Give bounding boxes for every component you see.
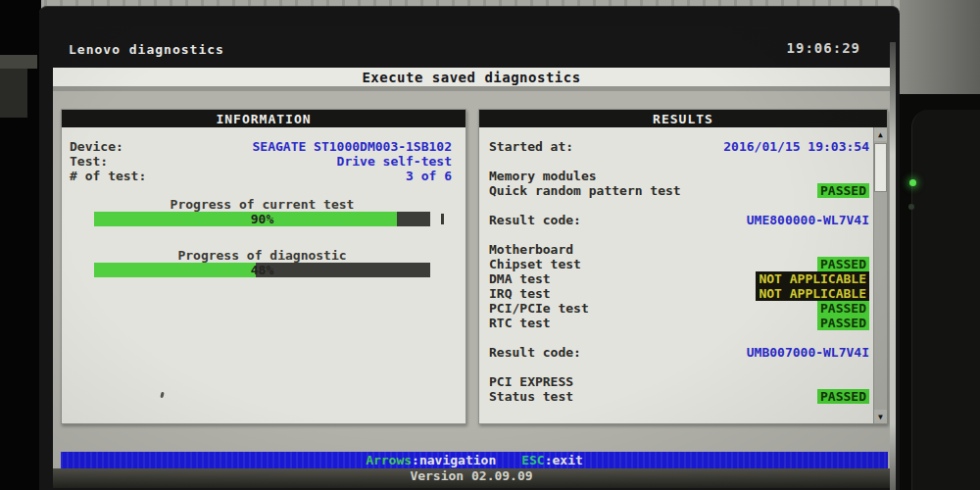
arrows-key-hint: Arrows — [366, 453, 412, 467]
device-row: Device: SEAGATE ST1000DM003-1SB102 — [70, 139, 452, 154]
status-badge: NOT APPLICABLE — [756, 271, 869, 286]
scroll-up-icon[interactable]: ▲ — [874, 127, 887, 141]
results-header: RESULTS — [479, 110, 887, 127]
result-code-row-1: Result code: UME800000-WL7V4I — [489, 213, 869, 227]
background-object — [0, 55, 37, 69]
test-count-label: # of test: — [70, 169, 146, 183]
status-badge: PASSED — [817, 301, 869, 316]
progress-current-percent: 90% — [94, 212, 430, 226]
status-badge: PASSED — [817, 316, 869, 330]
monitor-bezel: Lenovo diagnostics 19:06:29 Execute save… — [39, 6, 900, 490]
version-text: Version 02.09.09 — [410, 468, 532, 488]
status-badge: NOT APPLICABLE — [756, 286, 869, 301]
device-value: SEAGATE ST1000DM003-1SB102 — [253, 139, 453, 154]
test-row-rtc: RTC test PASSED — [489, 316, 869, 330]
background-object — [0, 69, 27, 118]
test-label: Test: — [70, 154, 108, 169]
diagnostics-screen: Lenovo diagnostics 19:06:29 Execute save… — [53, 26, 890, 488]
started-at-label: Started at: — [489, 139, 573, 154]
status-badge: PASSED — [817, 183, 869, 198]
menu-title-bar: Execute saved diagnostics — [53, 68, 890, 86]
test-row-pci-pcie: PCI/PCIe test PASSED — [489, 301, 869, 316]
esc-action: exit — [553, 453, 583, 467]
information-header: INFORMATION — [62, 110, 466, 127]
progress-current-label: Progress of current test — [94, 197, 430, 212]
progress-current-test: Progress of current test 90% — [94, 197, 430, 226]
group-memory-modules: Memory modules — [489, 169, 869, 183]
result-code-row-2: Result code: UMB007000-WL7V4I — [489, 345, 869, 360]
status-badge: PASSED — [817, 389, 869, 404]
background-wall-right — [900, 0, 980, 94]
started-at-value: 2016/01/15 19:03:54 — [723, 139, 869, 154]
result-code-value: UME800000-WL7V4I — [747, 213, 869, 227]
test-value: Drive self-test — [337, 154, 452, 169]
title-shadow — [53, 86, 890, 91]
test-count-row: # of test: 3 of 6 — [70, 169, 452, 183]
started-at-row: Started at: 2016/01/15 19:03:54 — [489, 139, 869, 154]
photo-of-monitor: Lenovo diagnostics 19:06:29 Execute save… — [0, 0, 980, 490]
test-row-irq: IRQ test NOT APPLICABLE — [489, 286, 869, 301]
app-title: Lenovo diagnostics — [69, 42, 224, 57]
arrows-action: navigation — [419, 453, 496, 467]
scroll-down-icon[interactable]: ▼ — [874, 410, 887, 423]
key-hints-bar: Arrows:navigation ESC:exit — [61, 452, 888, 468]
status-badge: PASSED — [817, 257, 869, 271]
pc-tower — [911, 110, 980, 490]
version-bar: Version 02.09.09 — [53, 468, 890, 488]
group-motherboard: Motherboard — [489, 242, 869, 257]
information-panel: INFORMATION Device: SEAGATE ST1000DM003-… — [61, 109, 466, 424]
clock: 19:06:29 — [787, 40, 860, 56]
results-panel: RESULTS Started at: 2016/01/15 19:03:54 … — [478, 109, 888, 424]
test-count-value: 3 of 6 — [406, 169, 452, 183]
test-row-dma: DMA test NOT APPLICABLE — [489, 271, 869, 286]
menu-title: Execute saved diagnostics — [362, 70, 580, 85]
progress-current-bar: 90% — [94, 212, 430, 226]
progress-diagnostic: Progress of diagnostic 48% — [94, 248, 430, 277]
test-row-status: Status test PASSED — [489, 389, 869, 404]
scrollbar-thumb[interactable] — [874, 143, 887, 192]
results-scrollbar[interactable]: ▲ ▼ — [873, 127, 887, 423]
screen-edge-reflection — [890, 42, 896, 490]
progress-diagnostic-label: Progress of diagnostic — [94, 248, 430, 263]
top-bar: Lenovo diagnostics 19:06:29 — [53, 26, 890, 68]
secondary-led — [908, 204, 914, 210]
test-row: Test: Drive self-test — [70, 154, 452, 169]
test-row-chipset: Chipset test PASSED — [489, 257, 869, 271]
group-pci-express: PCI EXPRESS — [489, 374, 869, 389]
text-cursor — [441, 214, 444, 224]
test-row-quick-random: Quick random pattern test PASSED — [489, 183, 869, 198]
progress-diagnostic-bar: 48% — [94, 263, 430, 277]
result-code-value: UMB007000-WL7V4I — [747, 345, 869, 360]
power-led — [909, 179, 916, 186]
screen-artifact — [160, 392, 164, 399]
device-label: Device: — [70, 139, 123, 154]
esc-key-hint: ESC — [521, 453, 544, 467]
progress-diagnostic-percent: 48% — [94, 263, 430, 277]
